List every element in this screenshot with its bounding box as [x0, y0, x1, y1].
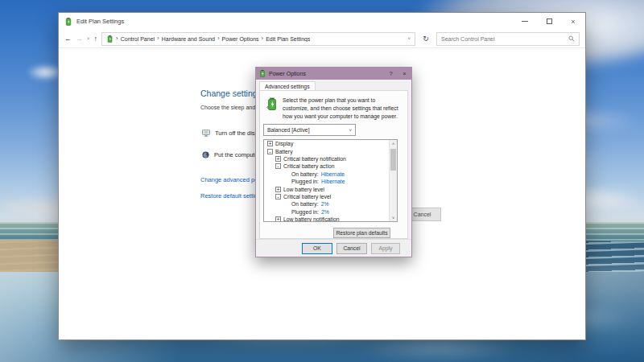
dialog-description: Select the power plan that you want to c…	[283, 97, 401, 121]
minimize-button[interactable]	[513, 13, 537, 30]
tree-item[interactable]: +Display	[264, 140, 389, 147]
refresh-button[interactable]: ↻	[419, 35, 432, 43]
close-button[interactable]: ×	[561, 13, 585, 30]
tree-item[interactable]: On battery:2%	[264, 200, 389, 208]
tree-item-label: Low battery level	[283, 187, 324, 192]
tree-item-label: Plugged in:	[291, 179, 319, 184]
breadcrumb-separator: ›	[262, 35, 264, 42]
setting-value[interactable]: 2%	[321, 201, 329, 207]
setting-value[interactable]: 2%	[321, 209, 329, 215]
breadcrumb-item[interactable]: Hardware and Sound	[162, 36, 215, 42]
breadcrumb-item[interactable]: Control Panel	[121, 36, 155, 42]
breadcrumb-separator: ›	[116, 35, 118, 42]
scroll-down-icon[interactable]: ˅	[390, 214, 397, 221]
tree-item[interactable]: +Critical battery notification	[264, 155, 389, 162]
up-button[interactable]: ↑	[94, 35, 98, 43]
power-options-icon	[259, 70, 266, 77]
tree-item-label: Battery	[275, 149, 293, 154]
close-icon: ×	[571, 18, 575, 26]
settings-tree[interactable]: +Display-Battery+Critical battery notifi…	[263, 139, 398, 222]
sleep-icon	[202, 151, 209, 158]
expand-icon[interactable]: +	[275, 216, 281, 222]
tree-item[interactable]: On battery:Hibernate	[264, 171, 389, 178]
tree-item[interactable]: Plugged in:2%	[264, 208, 389, 216]
power-plan-selected-value: Balanced [Active]	[267, 127, 310, 133]
expand-icon[interactable]: +	[275, 156, 281, 162]
tree-item-label: Plugged in:	[291, 209, 319, 215]
page-subtitle: Choose the sleep and di	[200, 105, 262, 110]
tree-item-label: On battery:	[291, 201, 319, 207]
power-plan-select[interactable]: Balanced [Active] ˅	[263, 124, 356, 136]
display-icon	[202, 130, 210, 137]
scrollbar-thumb[interactable]	[390, 149, 396, 171]
expand-icon[interactable]: +	[275, 187, 281, 192]
tree-item[interactable]: -Critical battery action	[264, 162, 389, 170]
expand-icon[interactable]: +	[267, 141, 273, 146]
window-title: Edit Plan Settings	[76, 18, 124, 25]
window-titlebar[interactable]: Edit Plan Settings ×	[59, 13, 585, 30]
collapse-icon[interactable]: -	[275, 194, 281, 200]
power-plan-icon	[106, 35, 114, 43]
maximize-icon	[547, 19, 552, 24]
dialog-footer: OK Cancel Apply	[256, 239, 411, 257]
collapse-icon[interactable]: -	[267, 149, 273, 154]
desktop-background: Edit Plan Settings × ← → ˅ ↑ ›Control Pa…	[0, 0, 644, 362]
search-icon	[568, 35, 575, 42]
breadcrumb-dropdown-icon[interactable]: ˅	[407, 36, 411, 41]
restore-default-settings-link[interactable]: Restore default settings	[200, 192, 264, 200]
apply-button[interactable]: Apply	[371, 243, 400, 254]
dialog-close-button[interactable]: ×	[398, 68, 411, 80]
forward-button[interactable]: →	[76, 35, 83, 43]
setting-value[interactable]: Hibernate	[321, 171, 345, 177]
breadcrumb-item[interactable]: Edit Plan Settings	[266, 36, 310, 42]
power-plan-large-icon	[266, 97, 278, 111]
collapse-icon[interactable]: -	[275, 163, 281, 169]
tree-list: +Display-Battery+Critical battery notifi…	[264, 140, 389, 222]
chevron-down-icon: ˅	[349, 128, 352, 133]
breadcrumb-item[interactable]: Power Options	[222, 36, 259, 42]
power-plan-icon	[64, 18, 72, 26]
tree-item-label: Display	[275, 141, 293, 146]
tree-item-label: Low battery notification	[283, 216, 340, 222]
breadcrumb-separator: ›	[157, 35, 159, 42]
help-button[interactable]: ?	[384, 68, 398, 80]
dialog-tabstrip: Advanced settings	[256, 80, 411, 90]
tree-item-label: Critical battery level	[283, 194, 331, 200]
dialog-cancel-button[interactable]: Cancel	[336, 243, 367, 254]
breadcrumb-separator: ›	[217, 35, 220, 42]
tree-item-label: Critical battery action	[283, 163, 334, 169]
breadcrumb: ›Control Panel›Hardware and Sound›Power …	[116, 35, 310, 42]
tree-item[interactable]: -Critical battery level	[264, 193, 389, 200]
tree-item[interactable]: Plugged in:Hibernate	[264, 178, 389, 185]
recent-pages-dropdown[interactable]: ˅	[87, 36, 90, 41]
minimize-icon	[522, 21, 528, 22]
tree-item-label: On battery:	[291, 171, 319, 177]
dialog-title: Power Options	[269, 71, 306, 76]
breadcrumb-bar[interactable]: ›Control Panel›Hardware and Sound›Power …	[101, 32, 415, 46]
restore-plan-defaults-button[interactable]: Restore plan defaults	[333, 228, 390, 238]
search-input[interactable]	[441, 36, 568, 42]
setting-value[interactable]: Hibernate	[321, 179, 345, 184]
advanced-settings-tabpage: Select the power plan that you want to c…	[259, 90, 408, 239]
search-box[interactable]	[436, 32, 580, 46]
back-button[interactable]: ←	[64, 35, 72, 43]
navigation-toolbar: ← → ˅ ↑ ›Control Panel›Hardware and Soun…	[59, 30, 585, 48]
ok-button[interactable]: OK	[302, 243, 332, 254]
power-options-dialog: Power Options ? × Advanced settings Sele…	[255, 67, 412, 257]
scroll-up-icon[interactable]: ˄	[390, 140, 397, 147]
tree-item[interactable]: -Battery	[264, 147, 389, 154]
tree-item[interactable]: +Low battery level	[264, 185, 389, 192]
maximize-button[interactable]	[537, 13, 561, 30]
tree-item-label: Critical battery notification	[283, 156, 346, 162]
tree-scrollbar[interactable]: ˄ ˅	[389, 140, 397, 221]
tree-item[interactable]: +Low battery notification	[264, 216, 389, 222]
dialog-titlebar[interactable]: Power Options ? ×	[256, 68, 411, 80]
